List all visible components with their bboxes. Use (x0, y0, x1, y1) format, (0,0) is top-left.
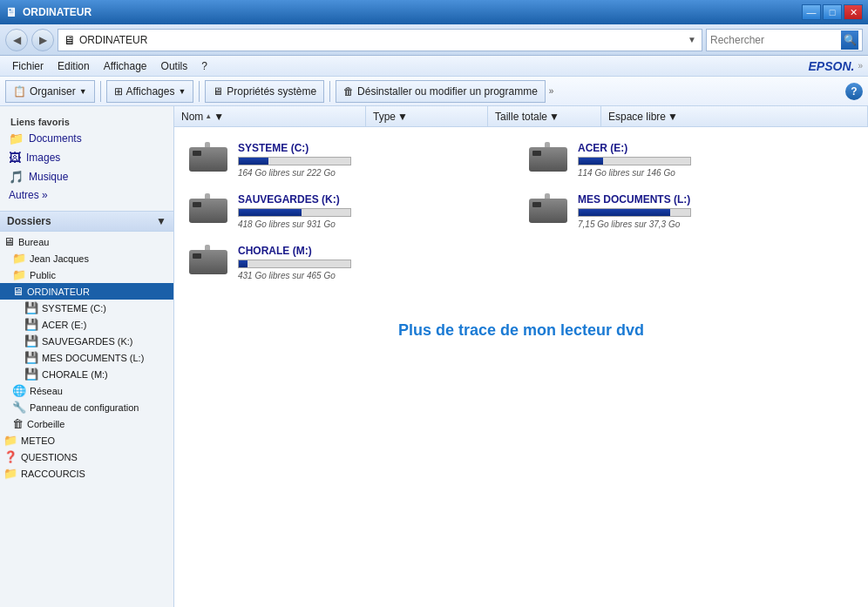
drive-bar-bg-3 (578, 208, 691, 217)
search-input[interactable] (710, 34, 841, 46)
col-type-header[interactable]: Type ▼ (366, 106, 488, 126)
tree-ordinateur[interactable]: 🖥 ORDINATEUR (0, 283, 173, 300)
drive-item-1[interactable]: ACER (E:) 114 Go libres sur 146 Go (521, 134, 861, 185)
drive-disk-icon-4 (189, 245, 231, 276)
musique-icon: 🎵 (9, 170, 24, 184)
close-button[interactable]: ✕ (844, 4, 863, 20)
tree-public[interactable]: 📁 Public (0, 266, 173, 283)
drive-bar-bg-1 (578, 157, 691, 165)
brand-more-icon[interactable]: » (858, 61, 863, 71)
search-wrap: 🔍 (706, 29, 863, 51)
mesdocuments-label: MES DOCUMENTS (L:) (42, 353, 144, 363)
main-container: Liens favoris 📁 Documents 🖼 Images 🎵 Mus… (0, 106, 868, 607)
back-button[interactable]: ◀ (5, 29, 28, 51)
tree-corbeille[interactable]: 🗑 Corbeille (0, 415, 173, 432)
drive-item-4[interactable]: CHORALE (M:) 431 Go libres sur 465 Go (181, 237, 521, 288)
menu-aide[interactable]: ? (194, 58, 214, 74)
acer-label: ACER (E:) (42, 320, 86, 330)
drive-name-4: CHORALE (M:) (238, 245, 513, 257)
tree-jeanjacques[interactable]: 📁 Jean Jacques (0, 250, 173, 266)
col-nom-sort-icon: ▲ (205, 112, 212, 120)
maximize-button[interactable]: □ (823, 4, 842, 20)
drive-item-3[interactable]: MES DOCUMENTS (L:) 7,15 Go libres sur 37… (521, 185, 861, 237)
sidebar-item-musique[interactable]: 🎵 Musique (3, 167, 170, 186)
sidebar-item-autres[interactable]: Autres » (3, 186, 170, 204)
toolbar: 📋 Organiser ▼ ⊞ Affichages ▼ 🖥 Propriété… (0, 77, 868, 106)
tree-raccourcis[interactable]: 📁 RACCOURCIS (0, 465, 173, 482)
toolbar-separator-1 (100, 81, 101, 102)
menu-affichage[interactable]: Affichage (97, 58, 154, 74)
desinstaller-button[interactable]: 🗑 Désinstaller ou modifier un programme (336, 80, 546, 103)
minimize-button[interactable]: — (802, 4, 821, 20)
col-taille-label: Taille totale (495, 111, 547, 123)
col-type-filter-icon[interactable]: ▼ (397, 111, 408, 123)
bureau-icon: 🖥 (3, 235, 15, 248)
jeanjacques-label: Jean Jacques (30, 253, 89, 264)
tree-panneau[interactable]: 🔧 Panneau de configuration (0, 399, 173, 415)
organiser-icon: 📋 (13, 85, 26, 98)
drive-item-0[interactable]: SYSTEME (C:) 164 Go libres sur 222 Go (181, 134, 521, 185)
search-button[interactable]: 🔍 (841, 30, 858, 50)
help-button[interactable]: ? (845, 83, 863, 100)
menu-fichier[interactable]: Fichier (5, 58, 51, 74)
col-nom-filter-icon[interactable]: ▼ (214, 111, 224, 123)
tree-bureau[interactable]: 🖥 Bureau (0, 233, 173, 250)
questions-icon: ❓ (3, 450, 17, 463)
forward-button[interactable]: ▶ (31, 29, 54, 51)
systeme-label: SYSTEME (C:) (42, 303, 106, 314)
public-icon: 📁 (12, 268, 26, 281)
panneau-icon: 🔧 (12, 401, 26, 414)
address-icon: 🖥 (64, 33, 76, 47)
corbeille-label: Corbeille (27, 419, 64, 429)
dvd-message: Plus de trace de mon lecteur dvd (174, 295, 868, 366)
drive-top: SYSTEME (C:) 164 Go libres sur 222 Go (189, 142, 513, 178)
drive-disk-icon-1 (529, 142, 571, 173)
sidebar-item-images[interactable]: 🖼 Images (3, 148, 170, 167)
tree-reseau[interactable]: 🌐 Réseau (0, 382, 173, 399)
meteo-icon: 📁 (3, 434, 17, 447)
affichages-label: Affichages (126, 85, 175, 98)
public-label: Public (30, 270, 56, 280)
proprietes-button[interactable]: 🖥 Propriétés système (205, 80, 324, 103)
col-taille-header[interactable]: Taille totale ▼ (488, 106, 601, 126)
drive-size-1: 114 Go libres sur 146 Go (578, 168, 853, 178)
chorale-label: CHORALE (M:) (42, 369, 108, 380)
address-text: ORDINATEUR (79, 34, 684, 46)
proprietes-icon: 🖥 (213, 85, 223, 98)
drive-bar-bg-2 (238, 208, 351, 217)
menu-outils[interactable]: Outils (154, 58, 195, 74)
col-espace-filter-icon[interactable]: ▼ (668, 111, 678, 123)
tree-questions[interactable]: ❓ QUESTIONS (0, 449, 173, 465)
toolbar-more-icon[interactable]: » (549, 86, 554, 96)
tree-mesdocuments[interactable]: 💾 MES DOCUMENTS (L:) (0, 349, 173, 366)
col-taille-filter-icon[interactable]: ▼ (549, 111, 559, 123)
tree-sauvegardes[interactable]: 💾 SAUVEGARDES (K:) (0, 333, 173, 349)
col-espace-header[interactable]: Espace libre ▼ (601, 106, 868, 126)
tree-chorale[interactable]: 💾 CHORALE (M:) (0, 366, 173, 382)
drive-size-2: 418 Go libres sur 931 Go (238, 219, 513, 229)
address-dropdown-icon[interactable]: ▼ (688, 35, 696, 44)
drive-item-2[interactable]: SAUVEGARDES (K:) 418 Go libres sur 931 G… (181, 185, 521, 237)
title-bar-buttons: — □ ✕ (802, 4, 863, 20)
tree-acer[interactable]: 💾 ACER (E:) (0, 316, 173, 333)
organiser-button[interactable]: 📋 Organiser ▼ (5, 80, 95, 103)
affichages-button[interactable]: ⊞ Affichages ▼ (106, 80, 194, 103)
dossiers-header[interactable]: Dossiers ▼ (0, 211, 173, 232)
drive-bar-fill-4 (239, 260, 248, 267)
sauvegardes-label: SAUVEGARDES (K:) (42, 336, 133, 347)
tree-meteo[interactable]: 📁 METEO (0, 432, 173, 449)
images-label: Images (26, 152, 60, 164)
desinstaller-icon: 🗑 (343, 85, 354, 98)
drive-name-2: SAUVEGARDES (K:) (238, 193, 513, 206)
col-nom-header[interactable]: Nom ▲ ▼ (174, 106, 366, 126)
content-area: Nom ▲ ▼ Type ▼ Taille totale ▼ Espace li… (174, 106, 868, 607)
tree-systeme[interactable]: 💾 SYSTEME (C:) (0, 300, 173, 316)
menu-edition[interactable]: Edition (51, 58, 97, 74)
drive-disk-icon-0 (189, 142, 231, 173)
sidebar-item-documents[interactable]: 📁 Documents (3, 129, 170, 148)
drive-info-2: SAUVEGARDES (K:) 418 Go libres sur 931 G… (238, 193, 513, 229)
reseau-label: Réseau (30, 386, 63, 396)
dossiers-arrow-icon: ▼ (156, 215, 166, 227)
drives-grid: SYSTEME (C:) 164 Go libres sur 222 Go AC… (174, 127, 868, 295)
raccourcis-icon: 📁 (3, 467, 17, 480)
